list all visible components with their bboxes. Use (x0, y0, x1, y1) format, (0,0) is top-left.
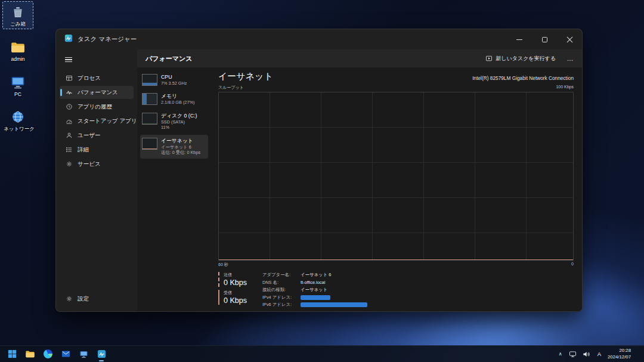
perf-item-detail: 7% 3.52 GHz (161, 81, 187, 86)
edge-icon (44, 349, 52, 358)
perf-item-ethernet[interactable]: イーサネット イーサネット 6 送信: 0 受信: 0 Kbps (140, 135, 208, 159)
content-body: CPU 7% 3.52 GHz メモリ 2.1/8.0 GB (27%) (137, 67, 582, 311)
file-explorer-icon (25, 349, 35, 358)
desktop-icon-network[interactable]: ネットワーク (2, 106, 33, 134)
services-icon (66, 160, 73, 168)
task-manager-icon (97, 349, 106, 358)
performance-icon (66, 89, 73, 96)
receive-label: 受信 (224, 290, 247, 296)
monitor-icon (79, 350, 88, 358)
send-label: 送信 (224, 272, 247, 278)
mail-button[interactable] (58, 347, 73, 361)
taskbar: ∧ A 20:28 2024/12/07 (0, 345, 644, 362)
sidebar-item-processes[interactable]: プロセス (60, 72, 134, 85)
taskbar-clock[interactable]: 20:28 2024/12/07 (608, 348, 634, 360)
sidebar-item-startup-apps[interactable]: スタートアップ アプリ (60, 115, 134, 128)
maximize-button[interactable] (532, 29, 557, 49)
ethernet-detail-pane: イーサネット Intel(R) 82579LM Gigabit Network … (210, 67, 582, 311)
perf-item-title: イーサネット (161, 138, 200, 144)
perf-item-memory[interactable]: メモリ 2.1/8.0 GB (27%) (140, 90, 208, 108)
perf-item-detail: 11% (161, 125, 197, 130)
sidebar: プロセス パフォーマンス アプリの履歴 スタートアップ アプリ ユーザー (56, 49, 137, 311)
field-label: 接続の種類: (262, 287, 296, 293)
taskbar-apps (5, 347, 109, 361)
desktop-icon-pc[interactable]: PC (2, 72, 33, 100)
perf-item-cpu[interactable]: CPU 7% 3.52 GHz (140, 71, 208, 89)
volume-tray-icon[interactable] (582, 349, 591, 358)
pc-app-button[interactable] (76, 347, 91, 361)
send-value: 0 Kbps (224, 279, 247, 287)
receive-value: 0 Kbps (224, 296, 247, 305)
sidebar-item-performance[interactable]: パフォーマンス (60, 86, 134, 99)
sidebar-item-settings[interactable]: 設定 (60, 292, 134, 305)
page-title: パフォーマンス (145, 54, 193, 63)
sidebar-item-label: スタートアップ アプリ (78, 117, 137, 125)
start-button[interactable] (5, 347, 19, 361)
sidebar-item-users[interactable]: ユーザー (60, 129, 134, 142)
more-options-button[interactable]: … (563, 52, 577, 64)
system-tray: ∧ A 20:28 2024/12/07 (558, 348, 642, 360)
processes-icon (66, 75, 73, 82)
file-explorer-button[interactable] (23, 347, 37, 361)
clock-date: 2024/12/07 (608, 354, 631, 360)
ethernet-throughput-chart (218, 92, 574, 261)
titlebar-left: タスク マネージャー (56, 34, 137, 45)
perf-item-detail: SSD (SATA) (161, 119, 197, 125)
field-label: DNS 名: (262, 280, 296, 286)
sidebar-item-details[interactable]: 詳細 (60, 143, 134, 156)
perf-item-detail: イーサネット 6 (161, 144, 200, 150)
desktop: ごみ箱 admin PC ネットワーク (0, 0, 644, 362)
clock-time: 20:28 (608, 348, 631, 354)
adapter-fields: アダプター名: イーサネット 6 DNS 名: tt-office.local … (262, 272, 367, 308)
run-new-task-label: 新しいタスクを実行する (496, 55, 556, 63)
chart-xright-label: 0 (571, 262, 574, 268)
sidebar-item-label: プロセス (78, 75, 101, 82)
minimize-button[interactable] (507, 29, 532, 49)
field-value: tt-office.local (301, 280, 367, 285)
desktop-icon-label: ネットワーク (4, 126, 32, 132)
ime-mode-indicator[interactable]: A (596, 351, 603, 357)
perf-item-detail: 送信: 0 受信: 0 Kbps (161, 150, 200, 155)
pc-icon (4, 74, 32, 91)
perf-item-title: メモリ (161, 93, 194, 100)
ipv6-redacted-value (301, 302, 367, 307)
windows-logo-icon (8, 349, 17, 358)
desktop-icon-admin-folder[interactable]: admin (2, 36, 33, 64)
sidebar-item-label: 詳細 (78, 146, 89, 154)
task-manager-taskbar-button[interactable] (94, 347, 109, 361)
field-label: IPv6 アドレス: (262, 302, 296, 308)
run-new-task-button[interactable]: 新しいタスクを実行する (481, 52, 561, 65)
users-icon (66, 132, 73, 139)
mail-icon (61, 350, 70, 358)
disk-mini-graph (142, 113, 157, 125)
task-manager-window: タスク マネージャー プロセス パフォーマンス (55, 29, 583, 312)
chart-xleft-label: 60 秒 (218, 262, 228, 268)
sidebar-item-label: ユーザー (78, 132, 100, 140)
task-manager-app-icon (64, 34, 73, 45)
perf-item-title: CPU (161, 74, 187, 81)
desktop-icon-recycle-bin[interactable]: ごみ箱 (2, 1, 33, 29)
memory-mini-graph (142, 93, 157, 105)
window-controls (507, 29, 582, 49)
sidebar-item-label: アプリの履歴 (78, 103, 112, 111)
sidebar-item-label: サービス (78, 160, 101, 168)
ethernet-tray-icon[interactable] (568, 349, 577, 358)
hidden-icons-chevron[interactable]: ∧ (558, 351, 564, 357)
chart-label: スループット (218, 85, 244, 91)
recycle-bin-icon (4, 4, 32, 20)
desktop-icon-label: admin (4, 57, 32, 63)
perf-item-title: ディスク 0 (C:) (161, 113, 197, 119)
hamburger-menu-button[interactable] (61, 52, 79, 67)
field-label: IPv4 アドレス: (262, 295, 296, 301)
close-button[interactable] (557, 29, 582, 49)
titlebar[interactable]: タスク マネージャー (56, 29, 582, 49)
sidebar-item-app-history[interactable]: アプリの履歴 (60, 100, 134, 113)
ipv4-redacted-value (301, 295, 367, 300)
edge-button[interactable] (41, 347, 55, 361)
run-task-icon (485, 55, 493, 62)
sidebar-item-label: パフォーマンス (78, 89, 118, 97)
desktop-icon-label: PC (4, 92, 32, 98)
perf-item-disk[interactable]: ディスク 0 (C:) SSD (SATA) 11% (140, 110, 208, 134)
sidebar-item-services[interactable]: サービス (60, 157, 134, 171)
receive-legend: 受信 0 Kbps (218, 290, 247, 305)
